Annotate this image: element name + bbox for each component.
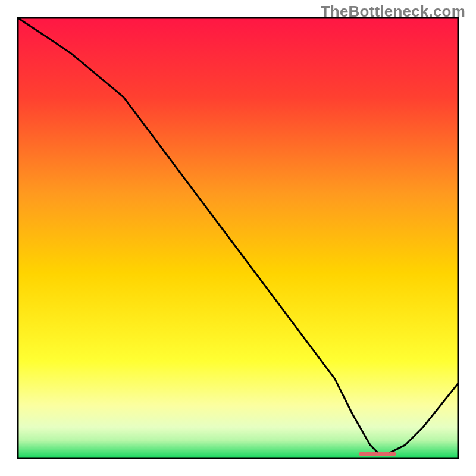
watermark-text: TheBottleneck.com (321, 2, 465, 21)
plot-gradient-bg (18, 18, 458, 458)
bottleneck-chart (0, 0, 476, 476)
